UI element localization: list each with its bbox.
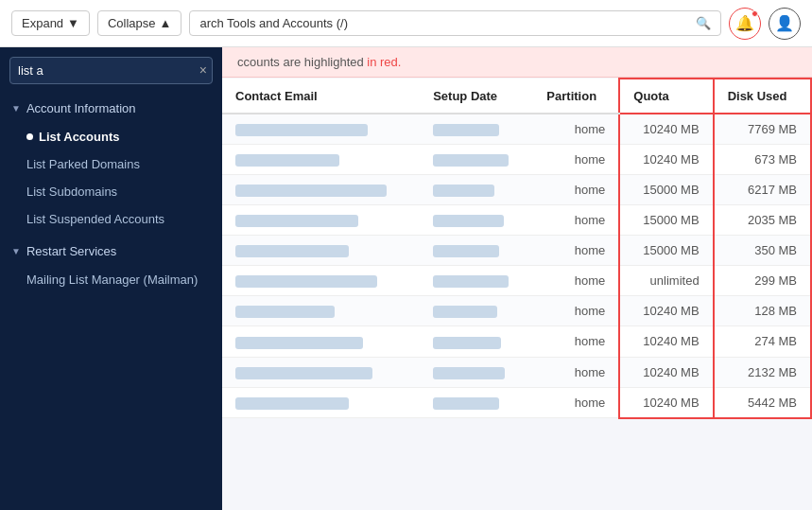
cell-partition: home [533,175,619,205]
nav-header-account-information[interactable]: ▼ Account Information [0,94,222,123]
cell-contact-email [222,357,420,387]
cell-quota: 15000 MB [619,175,713,205]
accounts-table-wrap: Contact Email Setup Date Partition Quota… [222,78,812,510]
expand-button[interactable]: Expand ▼ [11,10,90,36]
cell-disk-used: 5442 MB [714,387,811,418]
table-row: home15000 MB2035 MB [222,205,811,236]
cell-quota: 10240 MB [619,296,713,326]
col-header-disk-used: Disk Used [714,79,811,114]
user-account-button[interactable]: 👤 [769,8,801,40]
alert-text-before: ccounts are highlighted [237,55,367,69]
cell-partition: home [533,266,619,296]
cell-contact-email [222,236,420,266]
cell-disk-used: 673 MB [714,145,811,175]
cell-setup-date [420,145,533,175]
sidebar-item-list-suspended-accounts[interactable]: List Suspended Accounts [0,205,222,233]
cell-contact-email [222,296,420,326]
sidebar-search-box: × [0,47,222,92]
col-header-partition: Partition [533,79,619,114]
sidebar-item-label: List Subdomains [26,185,117,199]
chevron-down-icon: ▼ [11,103,21,114]
search-icon: 🔍 [696,16,711,30]
cell-disk-used: 2035 MB [714,205,811,236]
table-row: home10240 MB274 MB [222,326,811,357]
cell-disk-used: 2132 MB [714,357,811,387]
cell-disk-used: 7769 MB [714,114,811,145]
cell-partition: home [533,236,619,266]
cell-disk-used: 128 MB [714,296,811,326]
sidebar-search-clear-button[interactable]: × [199,63,207,77]
collapse-button[interactable]: Collapse ▲ [97,10,181,36]
cell-setup-date [420,114,533,145]
cell-setup-date [420,205,533,236]
nav-section-account-information: ▼ Account Information List Accounts List… [0,92,222,235]
sidebar-item-list-accounts[interactable]: List Accounts [0,123,222,150]
alert-bar: ccounts are highlighted in red. [222,47,812,78]
cell-setup-date [420,296,533,326]
cell-partition: home [533,326,619,357]
table-row: home10240 MB673 MB [222,145,811,175]
nav-section-restart-services: ▼ Restart Services Mailing List Manager … [0,235,222,295]
cell-contact-email [222,145,420,175]
nav-section-label-account-information: Account Information [26,101,136,115]
table-row: home15000 MB350 MB [222,236,811,266]
cell-partition: home [533,205,619,236]
cell-quota: 10240 MB [619,145,713,175]
sidebar-search-input[interactable] [9,57,213,84]
sidebar-item-label: Mailing List Manager (Mailman) [26,273,198,287]
cell-quota: 10240 MB [619,114,713,145]
cell-disk-used: 274 MB [714,326,811,357]
cell-quota: 15000 MB [619,205,713,236]
cell-contact-email [222,266,420,296]
sidebar: × ▼ Account Information List Accounts Li… [0,47,222,510]
col-header-setup-date: Setup Date [420,79,533,114]
active-bullet-icon [26,133,33,140]
notifications-button[interactable]: 🔔 [729,8,761,40]
cell-partition: home [533,145,619,175]
col-header-quota: Quota [619,79,713,114]
table-row: home10240 MB2132 MB [222,357,811,387]
cell-quota: unlimited [619,266,713,296]
expand-label: Expand [22,16,63,30]
main-layout: × ▼ Account Information List Accounts Li… [0,47,812,510]
topbar-search-input[interactable] [199,16,690,30]
sidebar-item-label: List Parked Domains [26,157,140,171]
cell-contact-email [222,114,420,145]
sidebar-item-list-subdomains[interactable]: List Subdomains [0,178,222,205]
topbar-search-bar: 🔍 [189,10,721,36]
cell-contact-email [222,326,420,357]
content-area: ccounts are highlighted in red. Contact … [222,47,812,510]
sidebar-item-list-parked-domains[interactable]: List Parked Domains [0,150,222,178]
cell-disk-used: 6217 MB [714,175,811,205]
cell-setup-date [420,266,533,296]
table-row: home10240 MB5442 MB [222,387,811,418]
nav-header-restart-services[interactable]: ▼ Restart Services [0,237,222,266]
cell-partition: home [533,387,619,418]
cell-contact-email [222,205,420,236]
cell-quota: 10240 MB [619,357,713,387]
accounts-table: Contact Email Setup Date Partition Quota… [222,78,812,419]
cell-quota: 15000 MB [619,236,713,266]
col-header-contact-email: Contact Email [222,79,420,114]
nav-section-label-restart-services: Restart Services [26,244,116,258]
sidebar-item-mailing-list-manager[interactable]: Mailing List Manager (Mailman) [0,266,222,293]
cell-setup-date [420,357,533,387]
sidebar-item-label: List Suspended Accounts [26,212,164,226]
cell-contact-email [222,175,420,205]
expand-icon: ▼ [67,16,79,30]
table-row: home10240 MB7769 MB [222,114,811,145]
collapse-label: Collapse [108,16,156,30]
table-row: home15000 MB6217 MB [222,175,811,205]
table-row: home10240 MB128 MB [222,296,811,326]
cell-setup-date [420,387,533,418]
table-header-row: Contact Email Setup Date Partition Quota… [222,79,811,114]
cell-quota: 10240 MB [619,326,713,357]
cell-setup-date [420,236,533,266]
cell-partition: home [533,296,619,326]
notification-dot [752,10,758,17]
topbar: Expand ▼ Collapse ▲ 🔍 🔔 👤 [0,0,812,47]
cell-partition: home [533,114,619,145]
sidebar-item-label: List Accounts [39,130,119,144]
cell-quota: 10240 MB [619,387,713,418]
table-row: homeunlimited299 MB [222,266,811,296]
